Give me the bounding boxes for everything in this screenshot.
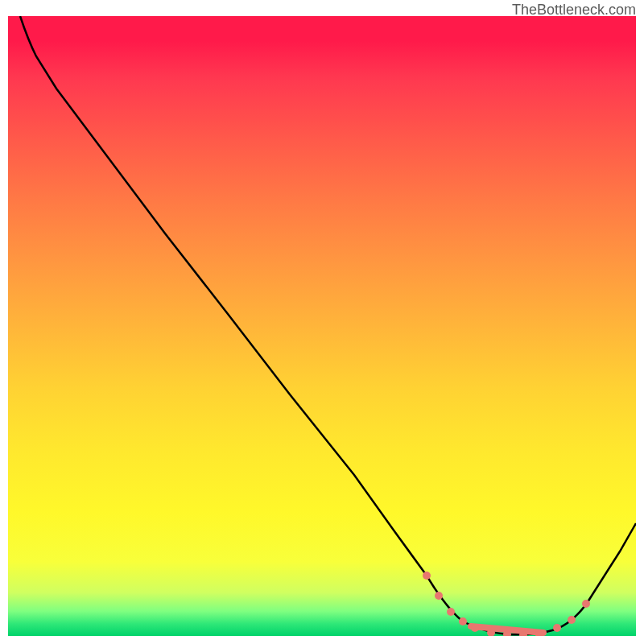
data-marker — [553, 624, 561, 632]
data-marker — [471, 624, 479, 632]
watermark-text: TheBottleneck.com — [512, 2, 636, 19]
data-marker — [459, 617, 467, 625]
data-marker — [423, 572, 431, 580]
data-marker — [568, 616, 576, 624]
bottleneck-curve-line — [20, 16, 636, 634]
chart-svg — [8, 16, 636, 636]
data-marker — [447, 608, 455, 616]
data-marker — [435, 592, 443, 600]
data-marker — [582, 600, 590, 608]
marker-group — [423, 572, 590, 636]
chart-container — [8, 16, 636, 636]
